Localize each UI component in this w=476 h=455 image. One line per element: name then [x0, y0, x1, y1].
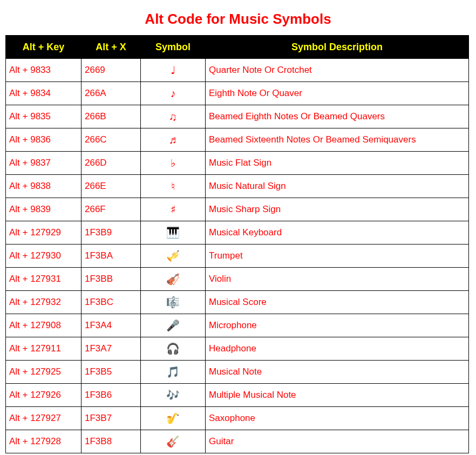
table-row: Alt + 9837266D♭Music Flat Sign — [6, 152, 469, 175]
cell-alt-x: 1F3BB — [81, 268, 141, 291]
table-row: Alt + 1279261F3B6🎶Multiple Musical Note — [6, 384, 469, 407]
cell-alt-x: 266F — [81, 198, 141, 221]
table-row: Alt + 1279111F3A7🎧Headphone — [6, 337, 469, 361]
table-row: Alt + 1279271F3B7🎷Saxophone — [6, 407, 469, 430]
cell-description: Musical Note — [206, 361, 469, 384]
cell-description: Beamed Eighth Notes Or Beamed Quavers — [206, 105, 469, 128]
cell-symbol: ♩ — [141, 59, 206, 82]
cell-alt-x: 1F3B6 — [81, 384, 141, 407]
header-alt-key: Alt + Key — [6, 36, 81, 59]
table-row: Alt + 1279301F3BA🎺Trumpet — [6, 245, 469, 268]
cell-symbol: 🎷 — [141, 407, 206, 430]
cell-symbol: 🎼 — [141, 291, 206, 314]
cell-alt-x: 1F3A4 — [81, 314, 141, 337]
cell-alt-x: 266C — [81, 128, 141, 152]
cell-description: Headphone — [206, 337, 469, 361]
cell-description: Eighth Note Or Quaver — [206, 82, 469, 105]
cell-alt-x: 1F3BC — [81, 291, 141, 314]
table-row: Alt + 1279321F3BC🎼Musical Score — [6, 291, 469, 314]
table-row: Alt + 98332669♩Quarter Note Or Crotchet — [6, 59, 469, 82]
table-row: Alt + 1279291F3B9🎹Musical Keyboard — [6, 221, 469, 245]
cell-alt-x: 266E — [81, 175, 141, 198]
cell-description: Violin — [206, 268, 469, 291]
cell-alt-x: 266A — [81, 82, 141, 105]
cell-symbol: 🎤 — [141, 314, 206, 337]
cell-description: Saxophone — [206, 407, 469, 430]
table-row: Alt + 1279251F3B5🎵Musical Note — [6, 361, 469, 384]
cell-alt-key: Alt + 9833 — [6, 59, 81, 82]
cell-alt-key: Alt + 127911 — [6, 337, 81, 361]
cell-symbol: 🎶 — [141, 384, 206, 407]
cell-symbol: ♫ — [141, 105, 206, 128]
cell-alt-key: Alt + 9835 — [6, 105, 81, 128]
cell-alt-x: 1F3B9 — [81, 221, 141, 245]
cell-description: Quarter Note Or Crotchet — [206, 59, 469, 82]
cell-symbol: 🎧 — [141, 337, 206, 361]
cell-description: Musical Keyboard — [206, 221, 469, 245]
cell-alt-key: Alt + 9836 — [6, 128, 81, 152]
cell-symbol: 🎸 — [141, 430, 206, 453]
cell-alt-x: 1F3B7 — [81, 407, 141, 430]
cell-alt-key: Alt + 127926 — [6, 384, 81, 407]
alt-code-table: Alt + Key Alt + X Symbol Symbol Descript… — [5, 35, 469, 453]
cell-alt-x: 1F3B5 — [81, 361, 141, 384]
table-row: Alt + 9839266F♯Music Sharp Sign — [6, 198, 469, 221]
cell-description: Multiple Musical Note — [206, 384, 469, 407]
cell-alt-x: 266B — [81, 105, 141, 128]
cell-symbol: ♭ — [141, 152, 206, 175]
table-row: Alt + 9838266E♮Music Natural Sign — [6, 175, 469, 198]
header-description: Symbol Description — [206, 36, 469, 59]
cell-description: Musical Score — [206, 291, 469, 314]
cell-alt-key: Alt + 9839 — [6, 198, 81, 221]
cell-symbol: ♯ — [141, 198, 206, 221]
table-row: Alt + 9836266C♬Beamed Sixteenth Notes Or… — [6, 128, 469, 152]
cell-alt-key: Alt + 127928 — [6, 430, 81, 453]
cell-symbol: 🎻 — [141, 268, 206, 291]
cell-symbol: ♪ — [141, 82, 206, 105]
cell-alt-x: 1F3B8 — [81, 430, 141, 453]
header-alt-x: Alt + X — [81, 36, 141, 59]
cell-alt-key: Alt + 127930 — [6, 245, 81, 268]
cell-symbol: 🎹 — [141, 221, 206, 245]
cell-alt-key: Alt + 127929 — [6, 221, 81, 245]
cell-alt-x: 1F3BA — [81, 245, 141, 268]
cell-description: Music Natural Sign — [206, 175, 469, 198]
cell-symbol: 🎵 — [141, 361, 206, 384]
cell-alt-key: Alt + 127908 — [6, 314, 81, 337]
table-row: Alt + 1279311F3BB🎻Violin — [6, 268, 469, 291]
cell-alt-key: Alt + 9838 — [6, 175, 81, 198]
cell-description: Microphone — [206, 314, 469, 337]
cell-description: Guitar — [206, 430, 469, 453]
cell-symbol: ♮ — [141, 175, 206, 198]
cell-alt-key: Alt + 127925 — [6, 361, 81, 384]
cell-alt-key: Alt + 127927 — [6, 407, 81, 430]
cell-alt-key: Alt + 127932 — [6, 291, 81, 314]
cell-alt-x: 266D — [81, 152, 141, 175]
header-symbol: Symbol — [141, 36, 206, 59]
cell-alt-key: Alt + 127931 — [6, 268, 81, 291]
cell-description: Trumpet — [206, 245, 469, 268]
table-header-row: Alt + Key Alt + X Symbol Symbol Descript… — [6, 36, 469, 59]
cell-alt-key: Alt + 9834 — [6, 82, 81, 105]
cell-description: Music Sharp Sign — [206, 198, 469, 221]
table-row: Alt + 1279281F3B8🎸Guitar — [6, 430, 469, 453]
table-row: Alt + 9834266A♪Eighth Note Or Quaver — [6, 82, 469, 105]
cell-description: Beamed Sixteenth Notes Or Beamed Semiqua… — [206, 128, 469, 152]
cell-alt-key: Alt + 9837 — [6, 152, 81, 175]
cell-symbol: 🎺 — [141, 245, 206, 268]
page-title: Alt Code for Music Symbols — [5, 11, 471, 28]
table-row: Alt + 1279081F3A4🎤Microphone — [6, 314, 469, 337]
cell-alt-x: 2669 — [81, 59, 141, 82]
table-row: Alt + 9835266B♫Beamed Eighth Notes Or Be… — [6, 105, 469, 128]
cell-alt-x: 1F3A7 — [81, 337, 141, 361]
cell-description: Music Flat Sign — [206, 152, 469, 175]
cell-symbol: ♬ — [141, 128, 206, 152]
